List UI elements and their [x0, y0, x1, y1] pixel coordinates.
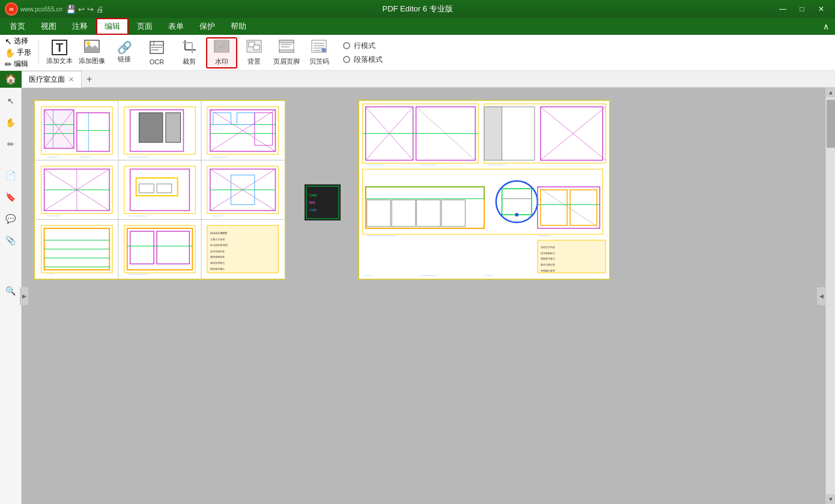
app-logo: iti: [5, 2, 18, 16]
row-mode-label: 行模式: [354, 41, 375, 51]
svg-text:←————→: ←————→: [47, 214, 62, 217]
title-bar: iti www.pco555.cn 💾 ↩ ↪ 🖨 PDF Editor 6 专…: [0, 0, 835, 18]
print-quick-icon[interactable]: 🖨: [96, 5, 104, 14]
svg-text:技术说明内容: 技术说明内容: [210, 250, 225, 253]
save-quick-icon[interactable]: 💾: [66, 5, 76, 14]
svg-text:←——————→: ←——————→: [487, 163, 506, 166]
watermark-button[interactable]: 水印 水印: [206, 37, 237, 68]
row-mode-radio-dot: [343, 42, 350, 49]
svg-text:技术参数标注: 技术参数标注: [540, 252, 555, 255]
sidebar-thumbnail-icon[interactable]: 📄: [2, 167, 19, 184]
add-image-label: 添加图像: [79, 56, 105, 65]
svg-text:←——————→: ←——————→: [366, 163, 385, 166]
link-icon: 🔗: [117, 41, 132, 53]
svg-rect-127: [541, 107, 603, 160]
minimize-button[interactable]: —: [774, 2, 792, 16]
logo-subtitle: www.pco555.cn: [20, 6, 62, 13]
sidebar-select-icon[interactable]: ↖: [2, 93, 19, 109]
svg-text:←——→: ←——→: [484, 273, 494, 276]
sidebar-bookmark-icon[interactable]: 🔖: [2, 189, 19, 205]
svg-rect-136: [392, 200, 415, 226]
paragraph-mode-radio-dot: [343, 56, 350, 63]
pdf-page-2: ←——————→ ←——————→ ←——————→: [358, 100, 610, 280]
background-button[interactable]: 背景: [238, 37, 270, 68]
header-footer-button[interactable]: 页眉页脚: [271, 37, 302, 68]
ocr-icon: [149, 40, 165, 57]
title-left: iti www.pco555.cn 💾 ↩ ↪ 🖨: [5, 2, 104, 16]
add-tab-button[interactable]: +: [82, 74, 97, 85]
tab-close-button[interactable]: ✕: [68, 76, 74, 83]
ocr-label: OCR: [150, 58, 164, 65]
scroll-thumb[interactable]: [827, 100, 835, 148]
svg-text:←—→: ←—→: [47, 272, 55, 275]
document-tab[interactable]: 医疗室立面 ✕: [22, 71, 82, 88]
sidebar-attach-icon[interactable]: 📎: [2, 232, 19, 249]
toolbar-divider-1: [38, 41, 39, 65]
svg-rect-36: [322, 49, 326, 52]
menu-help[interactable]: 帮助: [223, 19, 254, 34]
ribbon-expand-button[interactable]: ∧: [819, 20, 833, 32]
svg-text:注释文字说明: 注释文字说明: [210, 238, 225, 241]
sidebar-comment-icon[interactable]: 💬: [2, 210, 19, 227]
bates-code-button[interactable]: 贝茨码: [303, 37, 335, 68]
svg-rect-144: [541, 190, 567, 225]
svg-rect-56: [139, 113, 162, 142]
add-text-button[interactable]: T 添加文本: [44, 37, 75, 68]
close-button[interactable]: ✕: [812, 2, 830, 16]
maximize-button[interactable]: □: [793, 2, 811, 16]
menu-page[interactable]: 页面: [130, 19, 160, 34]
svg-point-2: [87, 41, 90, 45]
redo-quick-icon[interactable]: ↪: [87, 5, 94, 14]
menu-view[interactable]: 视图: [34, 19, 64, 34]
svg-text:审核确认签章: 审核确认签章: [541, 269, 555, 272]
tool-edit[interactable]: ✏ 编辑: [5, 59, 31, 69]
menu-bar: 首页 视图 注释 编辑 页面 表单 保护 帮助 ∧: [0, 18, 835, 35]
svg-rect-64: [237, 113, 255, 125]
undo-quick-icon[interactable]: ↩: [78, 5, 85, 14]
tool-hand[interactable]: ✋ 手形: [5, 47, 31, 58]
svg-rect-65: [255, 113, 273, 145]
background-label: 背景: [247, 57, 261, 66]
ocr-button[interactable]: OCR: [141, 37, 172, 68]
pdf-page-1: ←———→ ←———→ ←————————→: [34, 100, 286, 280]
link-button[interactable]: 🔗 链接: [109, 37, 140, 68]
scroll-up-button[interactable]: ▲: [826, 88, 835, 97]
crop-button[interactable]: 裁剪: [174, 37, 205, 68]
svg-line-143: [538, 187, 600, 228]
svg-rect-124: [484, 104, 606, 163]
sidebar-search-icon[interactable]: 🔍: [2, 282, 19, 299]
row-mode-radio[interactable]: 行模式: [343, 41, 383, 51]
right-scrollbar[interactable]: ▲ ▼: [825, 88, 835, 504]
tool-select[interactable]: ↖ 选择: [5, 36, 31, 46]
svg-rect-79: [139, 184, 154, 193]
menu-annotate[interactable]: 注释: [65, 19, 95, 34]
svg-text:←————————→: ←————————→: [127, 155, 151, 158]
menu-home[interactable]: 首页: [2, 19, 32, 34]
svg-text:图纸规格标准: 图纸规格标准: [210, 255, 225, 258]
menu-form[interactable]: 表单: [161, 19, 191, 34]
home-tab-button[interactable]: 🏠: [0, 71, 22, 88]
sidebar-edit-icon[interactable]: ✏: [2, 136, 19, 153]
logo-area: iti www.pco555.cn: [5, 2, 62, 16]
paragraph-mode-label: 段落模式: [354, 55, 383, 65]
small-thumbnail-area: CAD 图纸 立面图: [304, 136, 340, 220]
svg-rect-6: [151, 47, 162, 48]
menu-edit[interactable]: 编辑: [96, 18, 129, 35]
toolbar-group-left: ↖ 选择 ✋ 手形 ✏ 编辑: [5, 36, 41, 69]
left-panel-collapse-handle[interactable]: ▶: [20, 287, 28, 305]
toolbar: ↖ 选择 ✋ 手形 ✏ 编辑 T 添加文本: [0, 35, 835, 71]
svg-text:立面图: 立面图: [309, 208, 317, 211]
right-panel-collapse-handle[interactable]: ◀: [817, 287, 825, 305]
scroll-down-button[interactable]: ▼: [826, 494, 835, 504]
svg-rect-57: [166, 113, 181, 142]
paragraph-mode-radio[interactable]: 段落模式: [343, 55, 383, 65]
svg-text:←————————→: ←————————→: [127, 214, 151, 217]
toolbar-radio-group: 行模式 段落模式: [343, 41, 383, 65]
sidebar-hand-icon[interactable]: ✋: [2, 114, 19, 131]
svg-rect-138: [442, 200, 465, 226]
add-image-button[interactable]: 添加图像: [76, 37, 108, 68]
menu-protect[interactable]: 保护: [192, 19, 222, 34]
svg-rect-80: [157, 184, 172, 193]
svg-rect-27: [279, 40, 294, 43]
bates-code-label: 贝茨码: [309, 57, 329, 66]
